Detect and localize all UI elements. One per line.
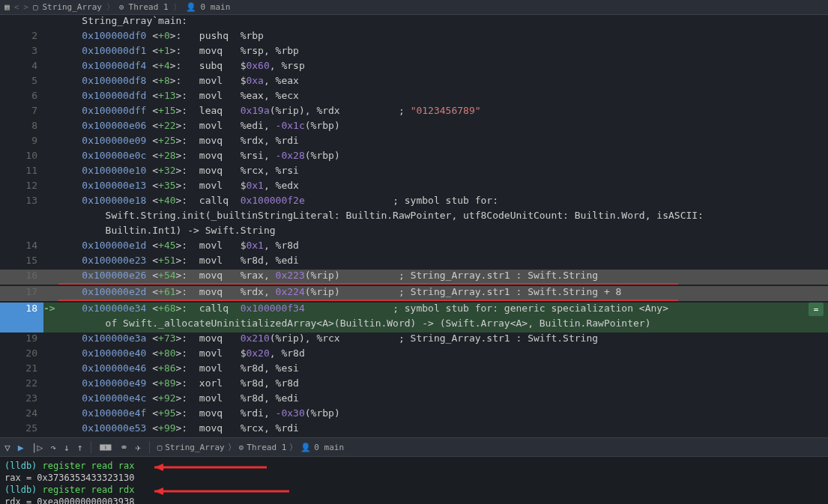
asm-line[interactable]: 13 0x100000e18 <+40>: callq 0x100000f2e …	[0, 195, 828, 210]
console-output: rax = 0x3736353433323130	[4, 472, 824, 484]
lldb-command: register read rdx	[43, 485, 135, 495]
line-number[interactable]: 16	[0, 270, 43, 285]
asm-line[interactable]: Swift.String.init(_builtinStringLiteral:…	[0, 210, 828, 225]
line-number[interactable]: 14	[0, 240, 43, 255]
lldb-console[interactable]: (lldb) register read rax rax = 0x3736353…	[0, 457, 828, 504]
chevron-left-icon[interactable]: <	[14, 2, 19, 12]
asm-line[interactable]: 15 0x100000e23 <+51>: movl %r8d, %edi	[0, 255, 828, 270]
asm-line[interactable]: Builtin.Int1) -> Swift.String	[0, 225, 828, 240]
asm-line[interactable]: 21 0x100000e46 <+86>: movl %r8d, %esi	[0, 362, 828, 377]
asm-line[interactable]: 23 0x100000e4c <+92>: movl %r8d, %edi	[0, 392, 828, 407]
asm-line[interactable]: 12 0x100000e13 <+35>: movl $0x1, %edx	[0, 180, 828, 195]
line-number[interactable]	[0, 210, 43, 225]
line-number[interactable]	[0, 318, 43, 333]
line-number[interactable]: 7	[0, 105, 43, 120]
line-number[interactable]: 9	[0, 135, 43, 150]
line-number[interactable]: 11	[0, 165, 43, 180]
top-breadcrumb[interactable]: ▦ < > ▢String_Array 〉 ⊜Thread 1 〉 👤0 mai…	[0, 0, 828, 15]
debug-toolbar: ▽ ▶ |▷ ↷ ↓ ↑ 🀰 ⚭ ✈ ▢String_Array 〉 ⊜Thre…	[0, 437, 828, 457]
line-number[interactable]: 15	[0, 255, 43, 270]
line-number[interactable]	[0, 225, 43, 240]
step-out-icon[interactable]: ↑	[77, 442, 83, 453]
asm-line[interactable]: 10 0x100000e0c <+28>: movq %rsi, -0x28(%…	[0, 150, 828, 165]
lldb-command: register read rax	[43, 461, 135, 471]
asm-line[interactable]: 22 0x100000e49 <+89>: xorl %r8d, %r8d	[0, 377, 828, 392]
bc-frame[interactable]: 0 main	[201, 2, 231, 12]
line-number[interactable]: 22	[0, 377, 43, 392]
debug-breadcrumb[interactable]: ▢String_Array 〉 ⊜Thread 1 〉 👤0 main	[157, 442, 344, 453]
lldb-prompt: (lldb)	[4, 461, 37, 471]
line-number[interactable]: 25	[0, 422, 43, 437]
line-number[interactable]: 6	[0, 90, 43, 105]
line-number[interactable]	[0, 15, 43, 30]
line-number[interactable]: 21	[0, 362, 43, 377]
step-over-icon[interactable]: ↷	[50, 442, 56, 453]
svg-marker-1	[154, 464, 163, 471]
pc-arrow-icon: ->	[43, 303, 58, 318]
simulate-location-icon[interactable]: ✈	[136, 442, 142, 453]
disassembly-view[interactable]: String_Array`main:2 0x100000df0 <+0>: pu…	[0, 15, 828, 437]
line-number[interactable]: 5	[0, 75, 43, 90]
line-number[interactable]: 4	[0, 60, 43, 75]
line-number[interactable]: 3	[0, 45, 43, 60]
line-number[interactable]: 13	[0, 195, 43, 210]
line-number[interactable]: 24	[0, 407, 43, 422]
line-number[interactable]: 10	[0, 150, 43, 165]
bc-project[interactable]: String_Array	[43, 2, 102, 12]
asm-line[interactable]: 2 0x100000df0 <+0>: pushq %rbp	[0, 30, 828, 45]
line-number[interactable]: 8	[0, 120, 43, 135]
asm-line[interactable]: of Swift._allocateUninitializedArray<A>(…	[0, 318, 828, 333]
line-number[interactable]: 12	[0, 180, 43, 195]
asm-line[interactable]: 5 0x100000df8 <+8>: movl $0xa, %eax	[0, 75, 828, 90]
line-number[interactable]: 20	[0, 347, 43, 362]
grid-icon[interactable]: ▦	[4, 2, 10, 12]
svg-marker-3	[154, 488, 163, 495]
asm-line[interactable]: 11 0x100000e10 <+32>: movq %rcx, %rsi	[0, 165, 828, 180]
line-number[interactable]: 17	[0, 286, 43, 301]
step-into-icon[interactable]: ↓	[64, 442, 70, 453]
debug-memory-icon[interactable]: ⚭	[120, 442, 128, 453]
asm-line[interactable]: 24 0x100000e4f <+95>: movq %rdi, -0x30(%…	[0, 407, 828, 422]
asm-line[interactable]: 25 0x100000e53 <+99>: movq %rcx, %rdi	[0, 422, 828, 437]
bc-thread[interactable]: Thread 1	[129, 2, 169, 12]
asm-line[interactable]: 4 0x100000df4 <+4>: subq $0x60, %rsp	[0, 60, 828, 75]
asm-line[interactable]: 6 0x100000dfd <+13>: movl %eax, %ecx	[0, 90, 828, 105]
console-output: rdx = 0xea00000000003938	[4, 496, 824, 504]
asm-line[interactable]: 19 0x100000e3a <+73>: movq 0x210(%rip), …	[0, 333, 828, 347]
line-number[interactable]: 19	[0, 333, 43, 347]
asm-line[interactable]: 7 0x100000dff <+15>: leaq 0x19a(%rip), %…	[0, 105, 828, 120]
asm-line[interactable]: String_Array`main:	[0, 15, 828, 30]
equals-button[interactable]: =	[809, 303, 824, 316]
continue-icon[interactable]: |▷	[31, 442, 43, 453]
breakpoint-icon[interactable]: ▶	[18, 442, 24, 453]
asm-line[interactable]: 16 0x100000e26 <+54>: movq %rax, 0x223(%…	[0, 270, 828, 285]
asm-line[interactable]: 9 0x100000e09 <+25>: movq %rdx, %rdi	[0, 135, 828, 150]
line-number[interactable]: 23	[0, 392, 43, 407]
asm-line[interactable]: 18-> 0x100000e34 <+68>: callq 0x100000f3…	[0, 303, 828, 318]
debug-view-icon[interactable]: 🀰	[99, 442, 112, 453]
asm-line[interactable]: 8 0x100000e06 <+22>: movl %edi, -0x1c(%r…	[0, 120, 828, 135]
asm-line[interactable]: 17 0x100000e2d <+61>: movq %rdx, 0x224(%…	[0, 286, 828, 301]
line-number[interactable]: 2	[0, 30, 43, 45]
hide-debug-icon[interactable]: ▽	[4, 442, 10, 453]
asm-line[interactable]: 3 0x100000df1 <+1>: movq %rsp, %rbp	[0, 45, 828, 60]
asm-line[interactable]: 14 0x100000e1d <+45>: movl $0x1, %r8d	[0, 240, 828, 255]
lldb-prompt: (lldb)	[4, 485, 37, 495]
line-number[interactable]: 18	[0, 303, 43, 318]
asm-line[interactable]: 20 0x100000e40 <+80>: movl $0x20, %r8d	[0, 347, 828, 362]
